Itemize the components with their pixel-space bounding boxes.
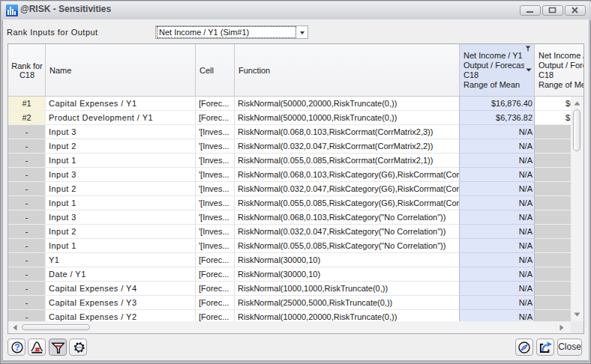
svg-text:?: ? — [14, 342, 20, 353]
